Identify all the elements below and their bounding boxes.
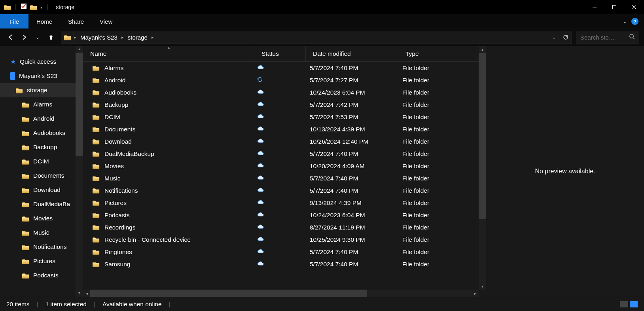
folder-icon — [64, 34, 71, 40]
sidebar-folder-item[interactable]: DCIM — [0, 154, 83, 169]
scroll-down-icon[interactable]: ▾ — [76, 290, 82, 296]
file-row[interactable]: Podcasts 10/24/2023 6:04 PM File folder — [83, 209, 486, 221]
sidebar-folder-item[interactable]: Download — [0, 183, 83, 197]
up-button[interactable] — [45, 31, 57, 43]
file-row[interactable]: Backupp 5/7/2024 7:42 PM File folder — [83, 99, 486, 111]
tree-label: Documents — [33, 172, 64, 179]
sidebar-folder-item[interactable]: Music — [0, 226, 83, 240]
status-selected: 1 item selected — [45, 301, 87, 308]
titlebar-icons: | ▾ | storage — [0, 3, 74, 11]
folder-icon — [22, 216, 29, 222]
sidebar-folder-item[interactable]: Pictures — [0, 254, 83, 268]
sidebar-scrollbar[interactable]: ▴ ▾ — [76, 46, 83, 297]
sidebar-quick-access[interactable]: ★Quick access — [0, 55, 83, 69]
cloud-icon — [257, 236, 265, 243]
maximize-button[interactable] — [604, 0, 624, 14]
column-header-type[interactable]: Type — [398, 46, 486, 61]
back-button[interactable] — [5, 31, 17, 43]
list-horizontal-scrollbar[interactable]: ◂ ▸ — [83, 290, 479, 297]
file-row[interactable]: Music 5/7/2024 7:40 PM File folder — [83, 172, 486, 184]
file-row[interactable]: DualMediaBackup 5/7/2024 7:40 PM File fo… — [83, 148, 486, 160]
help-icon[interactable]: ? — [631, 18, 638, 25]
folder-icon — [93, 102, 100, 108]
file-row[interactable]: Android 5/7/2024 7:27 PM File folder — [83, 74, 486, 86]
sidebar-folder-item[interactable]: Backupp — [0, 140, 83, 154]
large-icons-view-button[interactable] — [630, 301, 638, 307]
breadcrumb-item[interactable]: storage — [124, 34, 152, 41]
tab-share[interactable]: Share — [60, 14, 92, 28]
tree-label: Notifications — [33, 243, 66, 250]
expand-ribbon-icon[interactable]: ⌄ — [623, 19, 627, 25]
row-date: 5/7/2024 7:40 PM — [310, 150, 358, 157]
address-bar[interactable]: ▸ Mayank's S23 ▸ storage ▸ ⌄ — [61, 31, 572, 44]
sidebar-folder-item[interactable]: DualMediaBa — [0, 197, 83, 211]
column-header-status[interactable]: Status — [254, 46, 306, 61]
refresh-button[interactable] — [560, 31, 572, 43]
file-row[interactable]: Recycle bin - Connected device 10/25/202… — [83, 233, 486, 246]
row-date: 5/7/2024 7:40 PM — [310, 261, 358, 267]
file-row[interactable]: Samsung 5/7/2024 7:40 PM File folder — [83, 258, 486, 270]
file-row[interactable]: Documents 10/13/2024 4:39 PM File folder — [83, 123, 486, 135]
search-box[interactable] — [576, 31, 639, 44]
scroll-right-icon[interactable]: ▸ — [472, 290, 479, 297]
list-vscroll-thumb[interactable] — [479, 53, 486, 219]
file-row[interactable]: Pictures 9/13/2024 4:39 PM File folder — [83, 197, 486, 209]
breadcrumb-item[interactable]: Mayank's S23 — [76, 34, 121, 41]
column-label: Status — [261, 50, 279, 57]
sidebar-scroll-thumb[interactable] — [76, 53, 83, 156]
chevron-right-icon[interactable]: ▸ — [152, 35, 154, 40]
file-row[interactable]: Audiobooks 10/24/2023 6:04 PM File folde… — [83, 86, 486, 99]
row-date: 5/7/2024 7:42 PM — [310, 101, 358, 108]
sidebar-folder-item[interactable]: Alarms — [0, 97, 83, 112]
cloud-icon — [257, 187, 265, 194]
sidebar-folder-item[interactable]: Audiobooks — [0, 126, 83, 140]
file-row[interactable]: Ringtones 5/7/2024 7:40 PM File folder — [83, 246, 486, 258]
file-row[interactable]: DCIM 5/7/2024 7:53 PM File folder — [83, 111, 486, 123]
file-row[interactable]: Recordings 8/27/2024 11:19 PM File folde… — [83, 221, 486, 233]
file-row[interactable]: Movies 10/20/2024 4:09 AM File folder — [83, 160, 486, 172]
search-input[interactable] — [580, 34, 629, 41]
sidebar-current-folder[interactable]: storage — [0, 83, 83, 97]
file-row[interactable]: Download 10/26/2024 12:40 PM File folder — [83, 135, 486, 148]
folder-icon — [30, 4, 37, 10]
file-list: ▴Name Status Date modified Type Alarms 5… — [83, 46, 486, 297]
list-hscroll-thumb[interactable] — [90, 290, 367, 297]
sidebar-folder-item[interactable]: Android — [0, 112, 83, 126]
forward-button[interactable] — [18, 31, 30, 43]
tree-label: Pictures — [33, 258, 55, 265]
sidebar-folder-item[interactable]: Documents — [0, 169, 83, 183]
minimize-button[interactable] — [585, 0, 604, 14]
tab-home[interactable]: Home — [28, 14, 60, 28]
recent-dropdown-icon[interactable]: ⌄ — [32, 31, 44, 43]
navigation-pane: ★Quick accessMayank's S23storageAlarmsAn… — [0, 46, 83, 297]
column-header-date[interactable]: Date modified — [306, 46, 398, 61]
sidebar-folder-item[interactable]: Movies — [0, 211, 83, 226]
dropdown-icon[interactable]: ▾ — [40, 5, 42, 9]
sidebar-folder-item[interactable]: Notifications — [0, 240, 83, 254]
scroll-up-icon[interactable]: ▴ — [479, 46, 486, 53]
row-name: Music — [104, 175, 120, 182]
row-type: File folder — [402, 101, 429, 108]
address-dropdown-icon[interactable]: ⌄ — [548, 31, 560, 43]
tree-label: Music — [33, 229, 49, 236]
folder-icon — [93, 151, 100, 157]
scroll-left-icon[interactable]: ◂ — [83, 290, 90, 297]
details-view-button[interactable] — [620, 301, 628, 307]
pipe-icon: | — [46, 4, 48, 11]
scroll-up-icon[interactable]: ▴ — [76, 47, 82, 52]
tab-view[interactable]: View — [92, 14, 120, 28]
file-tab[interactable]: File — [0, 14, 28, 28]
row-name: Pictures — [104, 199, 127, 207]
column-header-name[interactable]: ▴Name — [83, 46, 254, 61]
sidebar-device[interactable]: Mayank's S23 — [0, 69, 83, 83]
close-button[interactable] — [624, 0, 644, 14]
search-icon[interactable] — [629, 34, 635, 41]
cloud-icon — [257, 212, 265, 219]
list-vertical-scrollbar[interactable]: ▴ ▾ — [479, 46, 486, 290]
file-row[interactable]: Alarms 5/7/2024 7:40 PM File folder — [83, 62, 486, 74]
svg-point-5 — [630, 34, 633, 38]
folder-icon — [22, 230, 29, 236]
scroll-down-icon[interactable]: ▾ — [479, 283, 486, 290]
file-row[interactable]: Notifications 5/7/2024 7:40 PM File fold… — [83, 184, 486, 197]
sidebar-folder-item[interactable]: Podcasts — [0, 268, 83, 283]
